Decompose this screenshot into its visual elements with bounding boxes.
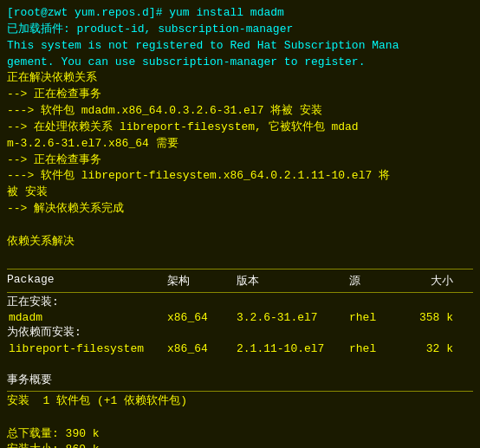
install-count-line: 安装 1 软件包 (+1 依赖软件包)	[7, 393, 473, 410]
resolving-deps: 正在解决依赖关系	[7, 70, 473, 87]
checking-trans1: --> 正在检查事务	[7, 87, 473, 103]
deps-solved-label: 依赖关系解决	[7, 234, 473, 250]
mid-divider	[7, 292, 473, 293]
table-row-mdadm: mdadm x86_64 3.2.6-31.el7 rhel 358 k	[7, 310, 473, 325]
blank4	[7, 410, 473, 426]
deps-resolved: --> 解决依赖关系完成	[7, 201, 473, 218]
table-row-libreport: libreport-filesystem x86_64 2.1.11-10.el…	[7, 341, 473, 356]
blank2	[7, 250, 473, 267]
dep-install-label: 为依赖而安装:	[7, 325, 473, 341]
install-mdadm: ---> 软件包 mdadm.x86_64.0.3.2.6-31.el7 将被 …	[7, 103, 473, 120]
pkg-repo-mdadm: rhel	[349, 311, 401, 324]
plugin-line: 已加载插件: product-id, subscription-manager	[7, 22, 473, 38]
subscription-line: This system is not registered to Red Hat…	[7, 38, 473, 71]
pkg-name-mdadm: mdadm	[7, 311, 167, 324]
installing-label: 正在安装:	[7, 295, 473, 311]
pkg-arch-libreport: x86_64	[167, 342, 237, 355]
total-download-line: 总下载量: 390 k	[7, 426, 473, 443]
pkg-ver-mdadm: 3.2.6-31.el7	[237, 311, 349, 324]
table-header-row: Package 架构 版本 源 大小	[7, 271, 473, 290]
pkg-size-libreport: 32 k	[401, 342, 453, 355]
checking-trans2: --> 正在检查事务	[7, 153, 473, 169]
pkg-size-mdadm: 358 k	[401, 311, 453, 324]
summary-divider	[7, 391, 473, 392]
pkg-ver-libreport: 2.1.11-10.el7	[237, 342, 349, 355]
blank1	[7, 218, 473, 234]
blank3	[7, 356, 473, 373]
col-repo-header: 源	[349, 273, 401, 289]
top-divider	[7, 269, 473, 269]
col-version-header: 版本	[237, 273, 349, 289]
install-libreport: ---> 软件包 libreport-filesystem.x86_64.0.2…	[7, 168, 473, 201]
prompt-line: [root@zwt yum.repos.d]# yum install mdad…	[7, 5, 473, 22]
install-size-line: 安装大小: 869 k	[7, 442, 473, 448]
col-size-header: 大小	[401, 273, 453, 289]
col-arch-header: 架构	[167, 273, 237, 289]
pkg-repo-libreport: rhel	[349, 342, 401, 355]
transaction-summary-label: 事务概要	[7, 373, 473, 389]
pkg-arch-mdadm: x86_64	[167, 311, 237, 324]
pkg-name-libreport: libreport-filesystem	[7, 342, 167, 355]
terminal-window: [root@zwt yum.repos.d]# yum install mdad…	[0, 0, 480, 448]
processing-dep: --> 在处理依赖关系 libreport-filesystem, 它被软件包 …	[7, 120, 473, 153]
col-package-header: Package	[7, 273, 167, 289]
